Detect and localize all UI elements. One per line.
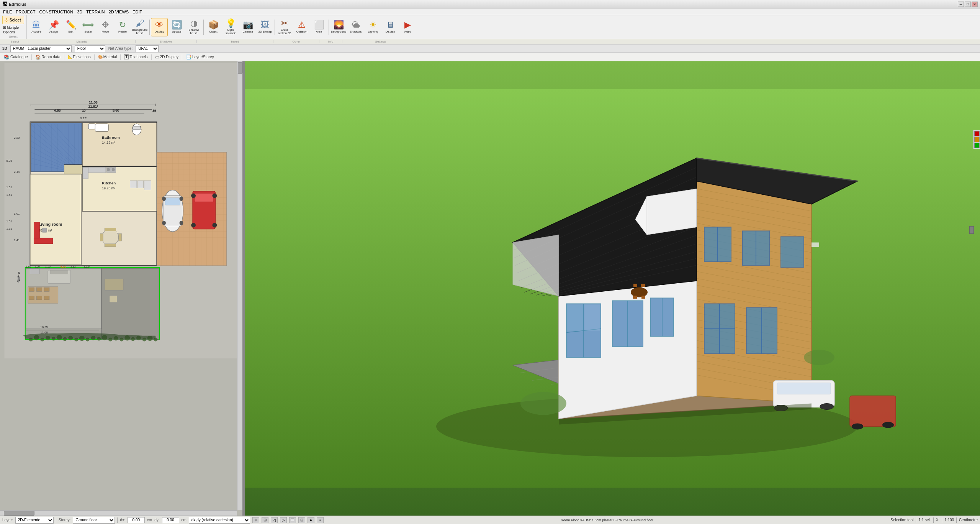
2d-display-button[interactable]: ▭ 2D Display — [153, 54, 181, 61]
text-labels-button[interactable]: T Text labels — [122, 54, 150, 60]
maximize-button[interactable]: □ — [965, 2, 971, 7]
svg-text:1.65: 1.65 — [26, 265, 31, 268]
section-labels: Select Material Shadows Insert Other Inf… — [0, 39, 980, 44]
svg-text:8.05: 8.05 — [6, 159, 12, 163]
dx-input[interactable] — [128, 517, 145, 523]
cross-section-button[interactable]: ✂ Crosssection 3D — [276, 18, 293, 36]
x-label: X: — [936, 518, 939, 522]
menu-edit[interactable]: EDIT — [131, 9, 144, 15]
material-button[interactable]: 🎨 Material — [96, 54, 119, 60]
dx-label: dx: — [120, 518, 125, 522]
horizontal-scrollbar[interactable] — [0, 510, 237, 516]
object-button[interactable]: 📦 Object — [205, 18, 222, 36]
collision-button[interactable]: ⚠ Collision — [293, 18, 310, 36]
3d-bitmap-button[interactable]: 🖼 3D-Bitmap — [257, 18, 273, 36]
minimize-button[interactable]: ─ — [958, 2, 964, 7]
scale-button[interactable]: ⟺ Scale — [80, 18, 97, 36]
svg-rect-302 — [641, 296, 645, 299]
storey-label: Storey: — [59, 518, 71, 522]
coord-system-dropdown[interactable]: dx,dy (relative cartesian) — [189, 517, 250, 524]
svg-rect-301 — [633, 296, 637, 299]
titlebar: 🏗 Edificius ─ □ ✕ — [0, 0, 980, 8]
net-area-label: Net Area type: — [108, 46, 133, 51]
vertical-scrollbar[interactable] — [237, 61, 242, 510]
menu-3d[interactable]: 3D — [75, 9, 84, 15]
nav-icon-3[interactable]: ☰ — [289, 517, 296, 523]
3d-right-toolbar — [973, 130, 980, 149]
color-swatch-1[interactable] — [974, 131, 980, 136]
select-button[interactable]: ⊹ Select — [2, 16, 24, 24]
snap-icon[interactable]: ⊕ — [252, 517, 259, 523]
lighting-button[interactable]: ☀ Lighting — [365, 18, 381, 36]
svg-text:Living room: Living room — [38, 222, 62, 227]
layer-storey-button[interactable]: 📑 Layer/Storey — [183, 54, 216, 61]
acquire-button[interactable]: 🏛 Acquire — [28, 18, 45, 36]
svg-text:1.01: 1.01 — [14, 212, 20, 215]
color-swatch-3[interactable] — [974, 143, 980, 148]
svg-rect-136 — [36, 296, 42, 300]
menu-project[interactable]: PROJECT — [14, 9, 37, 15]
svg-rect-60 — [95, 124, 108, 131]
right-panel[interactable] — [245, 61, 980, 516]
video-button[interactable]: ▶ Video — [399, 18, 416, 36]
elevations-button[interactable]: 📐 Elevations — [65, 54, 93, 60]
menu-terrain[interactable]: TERRAIN — [85, 9, 106, 15]
update-button[interactable]: 🔄 Update — [168, 18, 185, 36]
svg-rect-133 — [36, 287, 42, 291]
left-panel[interactable]: 11.08 11.01* 4.65 10 5.60 .38 2.20 — [0, 61, 243, 516]
room-data-button[interactable]: 🏠 Room data — [33, 54, 63, 61]
nav-icon-4[interactable]: ⊟ — [298, 517, 305, 523]
toolbar-buttons: 🏛 Acquire 📌 Assign ✏️ Edit ⟺ Scale ✥ M — [27, 15, 980, 39]
svg-rect-65 — [83, 167, 88, 179]
menu-2dviews[interactable]: 2D VIEWS — [107, 9, 131, 15]
rotate-button[interactable]: ↻ Rotate — [114, 18, 131, 36]
background-brush-button[interactable]: 🖌 Backgroundbrush — [131, 18, 148, 36]
view-3d-label: 3D — [2, 46, 7, 51]
camera-button[interactable]: 📷 Camera — [239, 18, 256, 36]
close-button[interactable]: ✕ — [972, 2, 978, 7]
light-source-button[interactable]: 💡 Lightsource▾ — [222, 18, 239, 36]
statusbar: Layer: 2D-Elemente Storey: Ground floor … — [0, 516, 980, 524]
room-dropdown[interactable]: RAUM - 1.5cm plaster — [10, 45, 72, 52]
options-button[interactable]: Options — [2, 30, 24, 34]
svg-rect-76 — [34, 238, 52, 244]
snap2-icon[interactable]: ⊞ — [262, 517, 268, 523]
shadow-brush-button[interactable]: ◑ Shadowbrush — [185, 18, 202, 36]
svg-text:1.41: 1.41 — [14, 238, 20, 242]
dy-input[interactable] — [162, 517, 179, 523]
zoom-level: 1:100 — [944, 518, 954, 522]
right-edge-indicator — [969, 226, 974, 234]
storey-dropdown[interactable]: Ground floor — [73, 517, 115, 524]
svg-rect-81 — [100, 233, 103, 241]
edit-button[interactable]: ✏️ Edit — [62, 18, 79, 36]
svg-text:11.01*: 11.01* — [88, 105, 98, 108]
svg-point-114 — [162, 196, 166, 201]
move-button[interactable]: ✥ Move — [97, 18, 114, 36]
area-button[interactable]: ⬜ Area — [311, 18, 327, 36]
insert-section-label: Insert — [197, 40, 273, 43]
svg-rect-53 — [64, 165, 83, 174]
menu-construction[interactable]: CONSTRUCTION — [38, 9, 75, 15]
assign-button[interactable]: 📌 Assign — [45, 18, 62, 36]
display-button[interactable]: 👁 Display — [151, 18, 168, 36]
catalogue-button[interactable]: 📚 Catalogue — [2, 54, 30, 61]
layer-dropdown[interactable]: 2D-Elemente — [15, 517, 54, 524]
multiple-button[interactable]: ⊞Multiple — [2, 25, 24, 30]
background-button[interactable]: 🌄 Background — [330, 18, 347, 36]
floor-dropdown[interactable]: Floor — [75, 45, 105, 52]
shadows-button[interactable]: 🌥 Shadows — [347, 18, 364, 36]
menu-file[interactable]: FILE — [2, 9, 13, 15]
svg-point-68 — [112, 168, 115, 171]
svg-point-67 — [107, 168, 110, 171]
nav-icon-1[interactable]: ◁ — [271, 517, 278, 523]
svg-point-123 — [212, 223, 217, 228]
display2-button[interactable]: 🖥 Display — [382, 18, 399, 36]
dy-label: dy: — [154, 518, 159, 522]
select-section-label: Select — [2, 40, 28, 43]
nav-icon-2[interactable]: ▷ — [280, 517, 287, 523]
color-swatch-2[interactable] — [974, 137, 980, 142]
nav-icon-5[interactable]: ● — [308, 517, 314, 523]
net-area-dropdown[interactable]: UFA1 — [136, 45, 159, 52]
nav-icon-6[interactable]: ▪ — [317, 517, 324, 523]
right-status-text: Selection tool — [890, 518, 913, 522]
